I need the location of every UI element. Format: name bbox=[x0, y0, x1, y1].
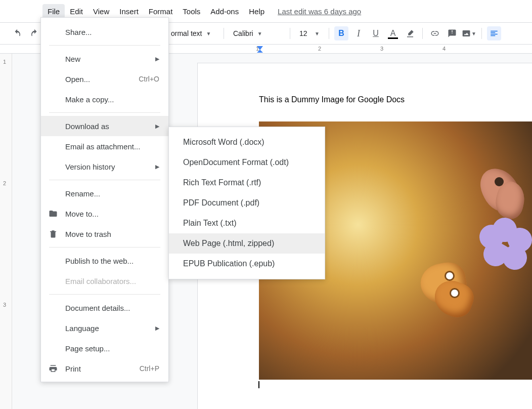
menu-insert[interactable]: Insert bbox=[114, 4, 144, 19]
text-color-button[interactable]: A bbox=[386, 26, 400, 40]
menu-email-attachment[interactable]: Email as attachment... bbox=[41, 136, 168, 156]
submenu-item-pdf[interactable]: PDF Document (.pdf) bbox=[169, 193, 325, 213]
insert-link-button[interactable] bbox=[428, 26, 442, 40]
font-size-select[interactable]: 12 ▼ bbox=[295, 29, 324, 37]
submenu-item-docx[interactable]: Microsoft Word (.docx) bbox=[169, 132, 325, 152]
separator bbox=[481, 28, 482, 39]
document-body-text[interactable]: This is a Dummy Image for Google Docs bbox=[259, 95, 405, 104]
bold-button[interactable]: B bbox=[334, 26, 348, 40]
menu-make-copy[interactable]: Make a copy... bbox=[41, 89, 168, 109]
menu-addons[interactable]: Add-ons bbox=[205, 4, 244, 19]
menu-open[interactable]: Open... Ctrl+O bbox=[41, 69, 168, 89]
insert-image-button[interactable]: ▼ bbox=[462, 26, 476, 40]
menu-new[interactable]: New ▶ bbox=[41, 49, 168, 69]
menu-format[interactable]: Format bbox=[144, 4, 178, 19]
undo-button[interactable] bbox=[10, 26, 24, 40]
redo-button[interactable] bbox=[27, 26, 41, 40]
menu-move-to[interactable]: Move to... bbox=[41, 203, 168, 224]
font-family-label: Calibri bbox=[233, 29, 253, 37]
text-cursor bbox=[258, 381, 259, 388]
folder-icon bbox=[48, 209, 58, 219]
align-left-button[interactable] bbox=[487, 26, 501, 40]
menu-file[interactable]: File bbox=[42, 4, 65, 19]
submenu-item-odt[interactable]: OpenDocument Format (.odt) bbox=[169, 152, 325, 173]
menu-tools[interactable]: Tools bbox=[178, 4, 205, 19]
submenu-arrow-icon: ▶ bbox=[155, 56, 159, 62]
menu-language[interactable]: Language ▶ bbox=[41, 318, 168, 338]
submenu-item-epub[interactable]: EPUB Publication (.epub) bbox=[169, 254, 325, 274]
menu-view[interactable]: View bbox=[88, 4, 114, 19]
chevron-down-icon: ▼ bbox=[471, 31, 476, 36]
last-edit-link[interactable]: Last edit was 6 days ago bbox=[278, 7, 361, 16]
insert-comment-button[interactable] bbox=[445, 26, 459, 40]
menu-page-setup[interactable]: Page setup... bbox=[41, 338, 168, 358]
vertical-ruler: 1 2 3 bbox=[0, 54, 12, 409]
ruler-tick: 2 bbox=[3, 180, 6, 186]
print-icon bbox=[48, 363, 58, 374]
submenu-arrow-icon: ▶ bbox=[155, 123, 159, 130]
ruler-tick: 1 bbox=[257, 45, 320, 54]
font-family-select[interactable]: Calibri ▼ bbox=[229, 29, 285, 37]
ruler-tick: 3 bbox=[3, 302, 6, 308]
indent-marker-icon[interactable] bbox=[257, 50, 263, 53]
highlight-button[interactable] bbox=[403, 26, 417, 40]
menu-version-history[interactable]: Version history ▶ bbox=[41, 156, 168, 177]
submenu-item-rtf[interactable]: Rich Text Format (.rtf) bbox=[169, 173, 325, 193]
underline-button[interactable]: U bbox=[369, 26, 383, 40]
butterfly-shape bbox=[472, 162, 532, 223]
menu-email-collaborators: Email collaborators... bbox=[41, 271, 168, 291]
submenu-item-html[interactable]: Web Page (.html, zipped) bbox=[169, 233, 325, 254]
chevron-down-icon: ▼ bbox=[257, 31, 262, 36]
separator bbox=[224, 28, 224, 39]
separator bbox=[329, 28, 329, 39]
menu-publish-web[interactable]: Publish to the web... bbox=[41, 251, 168, 271]
trash-icon bbox=[48, 229, 58, 239]
chevron-down-icon: ▼ bbox=[206, 31, 211, 36]
separator bbox=[422, 28, 423, 39]
italic-button[interactable]: I bbox=[351, 26, 366, 40]
butterfly-shape bbox=[416, 263, 481, 319]
menu-help[interactable]: Help bbox=[244, 4, 270, 19]
paragraph-style-label: ormal text bbox=[171, 29, 202, 37]
file-menu-dropdown: Share... New ▶ Open... Ctrl+O Make a cop… bbox=[40, 17, 169, 382]
download-as-submenu: Microsoft Word (.docx) OpenDocument Form… bbox=[168, 127, 325, 279]
menu-print[interactable]: Print Ctrl+P bbox=[41, 358, 168, 379]
menu-move-to-trash[interactable]: Move to trash bbox=[41, 224, 168, 244]
chevron-down-icon: ▼ bbox=[315, 31, 320, 36]
ruler-tick: 1 bbox=[3, 59, 6, 65]
submenu-arrow-icon: ▶ bbox=[155, 163, 159, 170]
shortcut-label: Ctrl+P bbox=[140, 364, 159, 373]
ruler-tick: 2 bbox=[320, 45, 382, 54]
submenu-arrow-icon: ▶ bbox=[155, 325, 159, 332]
submenu-item-txt[interactable]: Plain Text (.txt) bbox=[169, 213, 325, 233]
shortcut-label: Ctrl+O bbox=[139, 75, 159, 83]
flower-shape bbox=[477, 218, 532, 278]
menu-edit[interactable]: Edit bbox=[65, 4, 88, 19]
menu-document-details[interactable]: Document details... bbox=[41, 298, 168, 318]
menu-download-as[interactable]: Download as ▶ bbox=[41, 116, 168, 136]
menu-rename[interactable]: Rename... bbox=[41, 183, 168, 203]
paragraph-style-select[interactable]: ormal text ▼ bbox=[167, 29, 218, 37]
font-size-value: 12 bbox=[299, 29, 307, 37]
separator bbox=[290, 28, 290, 39]
ruler-tick: 3 bbox=[382, 45, 444, 54]
menu-share[interactable]: Share... bbox=[41, 22, 168, 42]
ruler-tick: 4 bbox=[444, 45, 506, 54]
